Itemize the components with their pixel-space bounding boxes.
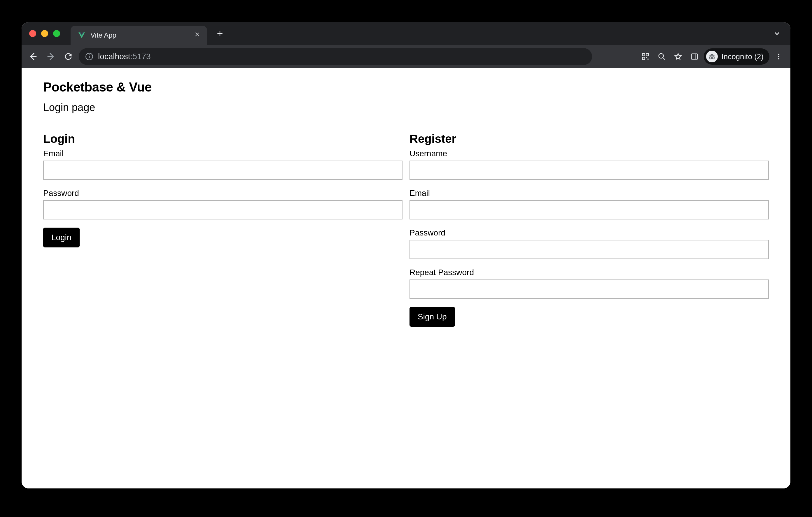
- register-password-input[interactable]: [409, 240, 769, 259]
- svg-point-2: [89, 55, 90, 55]
- browser-window: Vite App: [22, 22, 790, 488]
- forward-button[interactable]: [44, 50, 58, 64]
- incognito-label: Incognito (2): [721, 52, 763, 61]
- svg-line-9: [663, 58, 665, 60]
- login-email-input[interactable]: [43, 160, 403, 180]
- login-form: Login Email Password Login: [43, 132, 403, 327]
- bookmark-icon[interactable]: [671, 50, 685, 64]
- close-tab-button[interactable]: [194, 31, 200, 39]
- page-subtitle: Login page: [43, 101, 769, 114]
- svg-point-8: [659, 54, 664, 58]
- register-username-input[interactable]: [409, 160, 769, 180]
- side-panel-icon[interactable]: [688, 50, 701, 64]
- toolbar-right: Incognito (2): [638, 49, 786, 65]
- login-password-label: Password: [43, 188, 403, 198]
- back-button[interactable]: [26, 50, 40, 64]
- url-host: localhost: [98, 52, 130, 61]
- fullscreen-window-button[interactable]: [53, 30, 60, 37]
- svg-rect-4: [646, 54, 649, 56]
- minimize-window-button[interactable]: [41, 30, 48, 37]
- login-heading: Login: [43, 132, 403, 145]
- svg-rect-12: [709, 56, 715, 57]
- vue-favicon-icon: [78, 31, 86, 39]
- reload-button[interactable]: [61, 50, 75, 64]
- url-text: localhost:5173: [98, 52, 151, 61]
- login-email-label: Email: [43, 149, 403, 158]
- site-info-icon[interactable]: [85, 53, 93, 61]
- svg-rect-6: [646, 57, 647, 58]
- browser-menu-button[interactable]: [772, 50, 786, 64]
- svg-point-13: [709, 57, 712, 59]
- register-heading: Register: [409, 132, 769, 145]
- register-email-input[interactable]: [409, 200, 769, 219]
- svg-point-16: [778, 54, 779, 55]
- svg-point-18: [778, 58, 779, 59]
- tab-title: Vite App: [90, 31, 190, 39]
- incognito-indicator[interactable]: Incognito (2): [704, 49, 770, 65]
- close-window-button[interactable]: [29, 30, 36, 37]
- svg-rect-3: [642, 54, 645, 56]
- svg-point-14: [713, 57, 715, 59]
- window-controls: [29, 30, 60, 37]
- svg-rect-5: [642, 57, 645, 59]
- login-password-input[interactable]: [43, 200, 403, 219]
- tabstrip: Vite App: [22, 22, 790, 45]
- page-viewport: Pocketbase & Vue Login page Login Email …: [22, 68, 790, 488]
- register-password-label: Password: [409, 228, 769, 238]
- svg-rect-7: [647, 59, 649, 60]
- register-repeat-password-label: Repeat Password: [409, 268, 769, 277]
- svg-rect-10: [692, 54, 698, 59]
- forms-grid: Login Email Password Login Register User…: [43, 132, 769, 327]
- browser-tab[interactable]: Vite App: [70, 26, 207, 45]
- register-form: Register Username Email Password Repeat …: [409, 132, 769, 327]
- qr-icon[interactable]: [638, 50, 652, 64]
- login-button[interactable]: Login: [43, 227, 80, 247]
- page-title: Pocketbase & Vue: [43, 80, 769, 94]
- register-username-label: Username: [409, 149, 769, 158]
- new-tab-button[interactable]: [213, 27, 226, 40]
- zoom-icon[interactable]: [655, 50, 669, 64]
- url-port: :5173: [130, 52, 151, 61]
- register-email-label: Email: [409, 188, 769, 198]
- incognito-icon: [706, 51, 718, 62]
- svg-point-17: [778, 56, 779, 57]
- browser-chrome: Vite App: [22, 22, 790, 68]
- address-bar[interactable]: localhost:5173: [79, 48, 592, 65]
- toolbar: localhost:5173 I: [22, 45, 790, 68]
- register-repeat-password-input[interactable]: [409, 279, 769, 299]
- tabs-menu-button[interactable]: [770, 27, 784, 40]
- signup-button[interactable]: Sign Up: [409, 307, 455, 327]
